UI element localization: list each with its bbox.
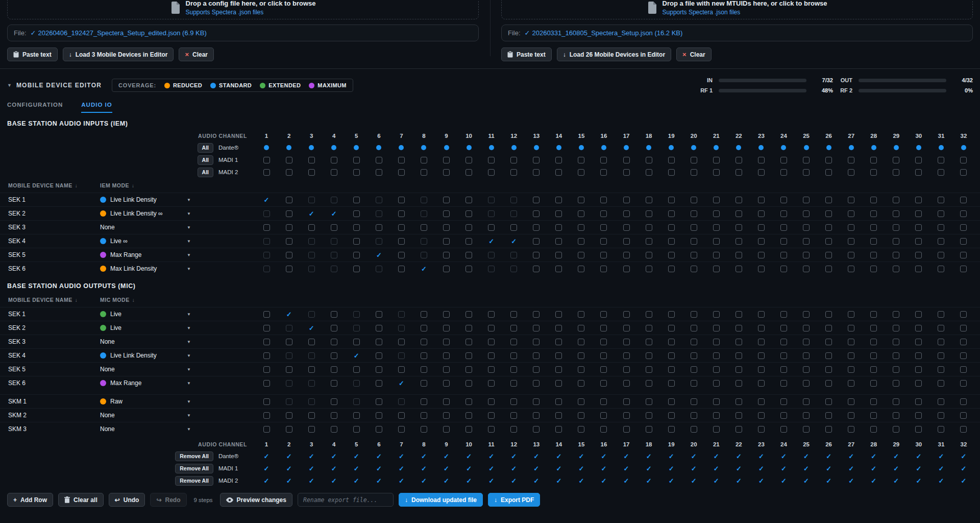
channel-checkbox[interactable]	[255, 157, 278, 163]
channel-checkbox[interactable]	[255, 352, 278, 359]
channel-checkbox[interactable]	[727, 339, 750, 345]
channel-checkbox[interactable]	[863, 311, 885, 318]
channel-checkbox[interactable]	[615, 238, 638, 245]
channel-checkbox[interactable]	[458, 238, 480, 245]
channel-checkbox[interactable]	[368, 169, 390, 176]
channel-checkbox[interactable]	[480, 157, 503, 163]
channel-checkbox[interactable]	[727, 266, 750, 272]
channel-checkbox[interactable]	[705, 412, 727, 419]
channel-checkbox[interactable]	[682, 412, 705, 419]
channel-checkbox[interactable]	[278, 266, 300, 272]
channel-checkbox-checked[interactable]: ✓	[503, 465, 525, 472]
channel-checkbox[interactable]	[570, 238, 593, 245]
channel-checkbox[interactable]	[345, 210, 368, 217]
channel-checkbox[interactable]	[503, 311, 525, 318]
channel-checkbox[interactable]	[638, 412, 660, 419]
channel-checkbox[interactable]	[300, 311, 323, 318]
channel-checkbox[interactable]	[593, 311, 615, 318]
channel-checkbox[interactable]	[660, 169, 682, 176]
channel-checkbox[interactable]	[548, 380, 570, 387]
channel-checkbox[interactable]	[368, 412, 390, 419]
channel-checkbox[interactable]	[412, 238, 435, 245]
channel-checkbox[interactable]	[480, 398, 503, 405]
channel-checkbox-checked[interactable]: ✓	[660, 453, 682, 460]
channel-checkbox[interactable]	[503, 398, 525, 405]
channel-checkbox-checked[interactable]: ✓	[480, 238, 503, 245]
channel-checkbox[interactable]	[458, 311, 480, 318]
channel-checkbox[interactable]	[818, 252, 840, 258]
channel-checkbox[interactable]	[682, 325, 705, 331]
channel-checkbox[interactable]	[750, 380, 772, 387]
all-button[interactable]: All	[198, 155, 213, 165]
channel-checkbox[interactable]	[593, 412, 615, 419]
channel-checkbox[interactable]	[412, 169, 435, 176]
load-devices-button[interactable]: ↓ Load 26 Mobile Devices in Editor	[557, 47, 671, 61]
channel-checkbox[interactable]	[368, 157, 390, 163]
channel-radio[interactable]	[930, 145, 952, 150]
channel-checkbox[interactable]	[435, 210, 458, 217]
channel-checkbox-checked[interactable]: ✓	[323, 478, 345, 484]
channel-checkbox[interactable]	[660, 325, 682, 331]
channel-checkbox[interactable]	[300, 380, 323, 387]
channel-checkbox-checked[interactable]: ✓	[863, 465, 885, 472]
channel-checkbox[interactable]	[818, 210, 840, 217]
channel-checkbox[interactable]	[908, 380, 930, 387]
channel-checkbox[interactable]	[660, 426, 682, 433]
channel-checkbox[interactable]	[795, 366, 818, 373]
channel-checkbox[interactable]	[705, 224, 727, 231]
channel-checkbox[interactable]	[795, 252, 818, 258]
channel-checkbox[interactable]	[840, 366, 863, 373]
mode-select[interactable]: Live Link Density▼	[100, 196, 191, 203]
channel-checkbox[interactable]	[570, 252, 593, 258]
channel-checkbox-checked[interactable]: ✓	[772, 453, 795, 460]
channel-checkbox-checked[interactable]: ✓	[818, 453, 840, 460]
channel-checkbox[interactable]	[525, 311, 548, 318]
channel-checkbox[interactable]	[323, 339, 345, 345]
channel-radio[interactable]	[772, 145, 795, 150]
channel-checkbox[interactable]	[952, 366, 975, 373]
channel-checkbox[interactable]	[615, 266, 638, 272]
channel-checkbox-checked[interactable]: ✓	[885, 465, 908, 472]
channel-checkbox[interactable]	[930, 210, 952, 217]
channel-checkbox[interactable]	[818, 426, 840, 433]
channel-checkbox-checked[interactable]: ✓	[908, 478, 930, 484]
channel-checkbox[interactable]	[435, 169, 458, 176]
channel-checkbox[interactable]	[660, 157, 682, 163]
channel-radio[interactable]	[593, 145, 615, 150]
channel-checkbox[interactable]	[930, 252, 952, 258]
channel-checkbox[interactable]	[368, 352, 390, 359]
channel-checkbox[interactable]	[503, 412, 525, 419]
channel-checkbox[interactable]	[615, 426, 638, 433]
channel-checkbox[interactable]	[570, 426, 593, 433]
channel-checkbox[interactable]	[480, 325, 503, 331]
channel-checkbox[interactable]	[300, 366, 323, 373]
channel-radio[interactable]	[390, 145, 412, 150]
channel-checkbox[interactable]	[863, 352, 885, 359]
channel-checkbox-checked[interactable]: ✓	[480, 465, 503, 472]
channel-checkbox[interactable]	[660, 311, 682, 318]
channel-checkbox[interactable]	[840, 311, 863, 318]
channel-checkbox[interactable]	[300, 197, 323, 203]
channel-checkbox[interactable]	[885, 426, 908, 433]
channel-checkbox[interactable]	[435, 197, 458, 203]
channel-checkbox[interactable]	[593, 366, 615, 373]
channel-checkbox[interactable]	[278, 210, 300, 217]
channel-checkbox[interactable]	[772, 311, 795, 318]
channel-checkbox[interactable]	[412, 157, 435, 163]
channel-checkbox[interactable]	[682, 352, 705, 359]
mode-select[interactable]: None▼	[100, 412, 191, 419]
channel-checkbox[interactable]	[772, 412, 795, 419]
channel-checkbox[interactable]	[885, 157, 908, 163]
channel-radio[interactable]	[863, 145, 885, 150]
channel-checkbox[interactable]	[525, 380, 548, 387]
channel-checkbox[interactable]	[255, 366, 278, 373]
channel-checkbox-checked[interactable]: ✓	[390, 478, 412, 484]
channel-checkbox[interactable]	[412, 197, 435, 203]
channel-checkbox[interactable]	[863, 197, 885, 203]
channel-checkbox[interactable]	[503, 169, 525, 176]
channel-checkbox[interactable]	[795, 380, 818, 387]
mode-select[interactable]: None▼	[100, 338, 191, 345]
channel-checkbox[interactable]	[660, 352, 682, 359]
channel-checkbox-checked[interactable]: ✓	[368, 252, 390, 258]
channel-checkbox[interactable]	[750, 252, 772, 258]
